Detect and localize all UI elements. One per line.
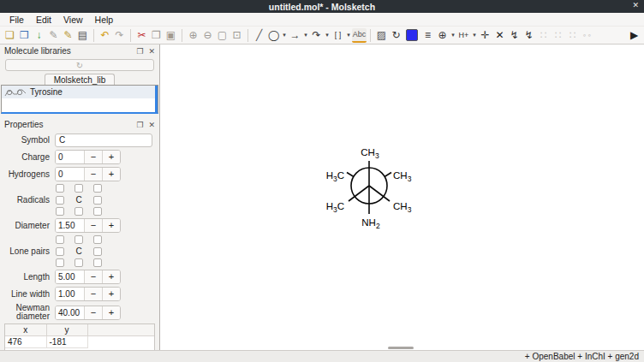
radical-checkbox[interactable] [75, 207, 83, 216]
radical-checkbox[interactable] [56, 207, 64, 216]
zoom-fit-icon[interactable]: ⊡ [230, 28, 244, 43]
charge-minus-button[interactable]: − [84, 151, 102, 163]
newman-diameter-value[interactable]: 40.00 [56, 306, 84, 319]
radical-checkbox[interactable] [93, 196, 102, 205]
menu-file[interactable]: File [3, 14, 30, 26]
diameter-value[interactable]: 1.50 [56, 219, 84, 232]
bracket-tool-dropdown-caret[interactable]: ▾ [345, 32, 352, 39]
diameter-minus-button[interactable]: − [84, 219, 102, 232]
flip-stereo-tool-icon[interactable]: ↯ [522, 28, 536, 43]
properties-float-icon[interactable]: ❐ [136, 121, 143, 129]
canvas-horizontal-scrollbar[interactable] [388, 347, 414, 349]
label-ch3-lower-right[interactable]: CH3 [393, 201, 412, 214]
library-float-icon[interactable]: ❐ [136, 47, 143, 56]
bracket-tool-icon[interactable]: [ ] [331, 28, 345, 43]
mechanism-arrow-tool-icon[interactable]: ↷ [309, 28, 324, 43]
radical-checkbox[interactable] [93, 184, 102, 193]
length-plus-button[interactable]: + [102, 270, 120, 283]
connect-tool-icon[interactable]: ✛ [478, 28, 492, 43]
coordinates-header-y[interactable]: y [46, 324, 87, 335]
newman-diameter-plus-button[interactable]: + [102, 306, 120, 319]
zoom-in-icon[interactable]: ⊕ [186, 28, 200, 43]
label-h3c-lower-left[interactable]: H3C [326, 201, 344, 214]
library-refresh-button[interactable]: ↻ [5, 59, 154, 71]
charge-plus-button[interactable]: + [102, 151, 120, 163]
toolbar-overflow-icon[interactable]: ▶ [627, 28, 641, 43]
charge-tool-dropdown-caret[interactable]: ▾ [450, 32, 456, 39]
hydrogen-tool-icon[interactable]: H+ [456, 28, 471, 43]
library-list[interactable]: Tyrosine [1, 85, 158, 114]
hydrogens-value[interactable]: 0 [56, 168, 84, 181]
length-value[interactable]: 5.00 [56, 270, 84, 283]
window-close-icon[interactable]: ✕ [632, 1, 639, 9]
menu-edit[interactable]: Edit [30, 14, 57, 26]
frame-tool-icon[interactable]: ▨ [374, 28, 389, 43]
save-icon[interactable]: ↓ [32, 28, 46, 43]
hydrogens-minus-button[interactable]: − [84, 168, 102, 181]
lone-pair-checkbox[interactable] [56, 247, 64, 256]
hydrogen-tool-dropdown-caret[interactable]: ▾ [471, 32, 478, 39]
line-width-minus-button[interactable]: − [84, 288, 102, 300]
library-item-tyrosine[interactable]: Tyrosine [2, 86, 158, 98]
radical-checkbox[interactable] [93, 207, 102, 216]
label-ch3-upper-right[interactable]: CH3 [393, 170, 412, 183]
charge-value[interactable]: 0 [56, 151, 84, 163]
tab-molsketch-lib[interactable]: Molsketch_lib [45, 74, 116, 85]
redo-icon[interactable]: ↷ [112, 28, 127, 43]
draw-bond-tool-icon[interactable]: ╱ [252, 28, 266, 43]
mechanism-arrow-tool-dropdown-caret[interactable]: ▾ [324, 32, 331, 39]
properties-close-icon[interactable]: ✕ [148, 121, 155, 129]
newman-projection-molecule[interactable]: CH3 H3C CH3 H3C CH3 NH2 [318, 140, 424, 231]
delete-tool-icon[interactable]: ✕ [492, 28, 507, 43]
label-ch3-top[interactable]: CH3 [361, 147, 379, 160]
zoom-original-icon[interactable]: ▢ [215, 28, 230, 43]
lone-pair-checkbox[interactable] [93, 247, 102, 256]
reaction-arrow-tool-icon[interactable]: → [288, 28, 302, 43]
color-picker-icon[interactable] [406, 29, 418, 41]
paste-icon[interactable]: ▣ [164, 28, 178, 43]
export-icon[interactable]: ✎ [61, 28, 75, 43]
coordinate-cell[interactable]: 476 [5, 335, 46, 347]
symbol-input[interactable]: C [55, 134, 152, 147]
ring-tool-dropdown-caret[interactable]: ▾ [281, 32, 288, 39]
menu-view[interactable]: View [57, 14, 89, 26]
ring-tool-icon[interactable]: ◯ [266, 28, 281, 43]
line-width-plus-button[interactable]: + [102, 288, 120, 300]
cut-icon[interactable]: ✂ [134, 28, 149, 43]
reaction-arrow-tool-dropdown-caret[interactable]: ▾ [302, 32, 309, 39]
save-as-icon[interactable]: ✎ [46, 28, 61, 43]
charge-tool-icon[interactable]: ⊕ [435, 28, 450, 43]
lone-pair-checkbox[interactable] [93, 235, 102, 244]
lone-pair-checkbox[interactable] [56, 235, 64, 244]
line-width-tool-icon[interactable]: ≡ [420, 28, 435, 43]
line-width-value[interactable]: 1.00 [56, 288, 84, 300]
radical-checkbox[interactable] [75, 184, 83, 193]
label-nh2-bottom[interactable]: NH2 [361, 217, 380, 230]
length-minus-button[interactable]: − [84, 270, 102, 283]
radical-checkbox[interactable] [56, 184, 64, 193]
undo-icon[interactable]: ↶ [98, 28, 112, 43]
open-file-icon[interactable]: ❒ [17, 28, 32, 43]
newman-diameter-minus-button[interactable]: − [84, 306, 102, 319]
lone-pair-checkbox[interactable] [75, 235, 83, 244]
lone-pair-checkbox[interactable] [56, 258, 64, 267]
hydrogens-plus-button[interactable]: + [102, 168, 120, 181]
library-close-icon[interactable]: ✕ [148, 47, 155, 56]
diameter-plus-button[interactable]: + [102, 219, 120, 232]
back-bond-upper-left[interactable] [347, 173, 354, 177]
rotate-tool-icon[interactable]: ↻ [389, 28, 403, 43]
text-tool-icon[interactable]: Abc [352, 28, 367, 43]
coordinate-cell[interactable]: -181 [46, 335, 87, 347]
menu-help[interactable]: Help [89, 14, 120, 26]
radical-checkbox[interactable] [56, 196, 64, 205]
coordinates-header-x[interactable]: x [5, 324, 46, 335]
lone-pair-checkbox[interactable] [75, 258, 83, 267]
flip-bond-tool-icon[interactable]: ↯ [507, 28, 522, 43]
lone-pair-checkbox[interactable] [93, 258, 102, 267]
copy-icon[interactable]: ❐ [149, 28, 164, 43]
back-bond-upper-right[interactable] [385, 173, 391, 177]
label-h3c-upper-left[interactable]: H3C [326, 170, 344, 183]
new-file-icon[interactable]: ❏ [3, 28, 17, 43]
zoom-out-icon[interactable]: ⊖ [200, 28, 215, 43]
print-icon[interactable]: ▤ [75, 28, 90, 43]
